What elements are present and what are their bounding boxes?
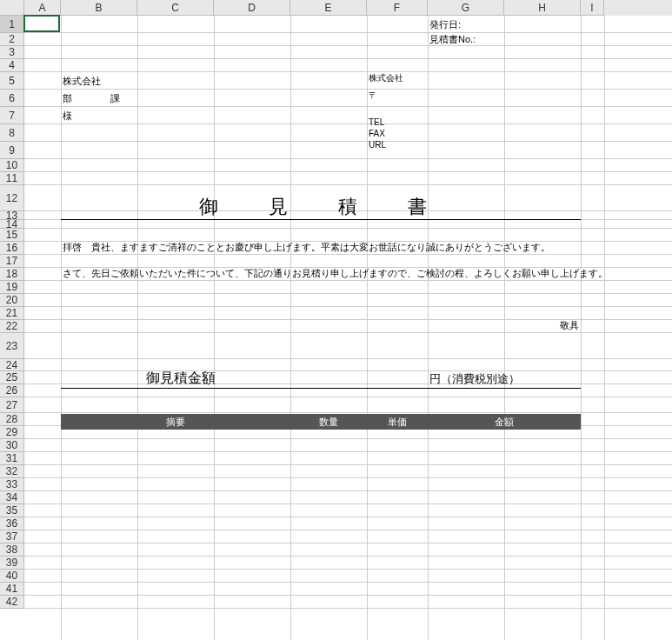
recipient-dept: 部 課 xyxy=(61,90,290,107)
row-9[interactable]: 9 xyxy=(0,142,24,159)
select-all-corner[interactable] xyxy=(0,0,24,16)
row-33[interactable]: 33 xyxy=(0,478,24,491)
row-24[interactable]: 24 xyxy=(0,359,24,371)
row-5[interactable]: 5 xyxy=(0,72,24,90)
active-cell-cursor xyxy=(23,15,60,32)
cell-grid[interactable]: 発行日: 見積書No.: 株式会社 部 課 様 株式会社 〒 TEL FAX U… xyxy=(24,16,672,640)
sender-url: URL xyxy=(367,139,581,150)
row-27[interactable]: 27 xyxy=(0,397,24,413)
closing-keigu: 敬具 xyxy=(504,319,581,332)
sender-tel: TEL xyxy=(367,117,581,128)
row-23[interactable]: 23 xyxy=(0,333,24,359)
col-I[interactable]: I xyxy=(581,0,604,16)
row-35[interactable]: 35 xyxy=(0,504,24,517)
col-B[interactable]: B xyxy=(61,0,137,16)
row-42[interactable]: 42 xyxy=(0,596,24,609)
row-15[interactable]: 15 xyxy=(0,229,24,242)
issue-date-label: 発行日: xyxy=(428,16,581,33)
row-1[interactable]: 1 xyxy=(0,16,24,33)
row-32[interactable]: 32 xyxy=(0,465,24,478)
row-30[interactable]: 30 xyxy=(0,439,24,452)
row-25[interactable]: 25 xyxy=(0,371,24,384)
col-G[interactable]: G xyxy=(428,0,504,16)
row-17[interactable]: 17 xyxy=(0,255,24,268)
yen-tax-note: 円（消費税別途） xyxy=(428,368,581,390)
estimate-no-label: 見積書No.: xyxy=(428,33,581,46)
col-A[interactable]: A xyxy=(24,0,61,16)
sender-fax: FAX xyxy=(367,128,581,139)
row-39[interactable]: 39 xyxy=(0,557,24,570)
row-40[interactable]: 40 xyxy=(0,570,24,583)
column-headers: A B C D E F G H I xyxy=(0,0,672,16)
th-unitprice: 単価 xyxy=(367,414,428,430)
estimate-amount-label: 御見積金額 xyxy=(111,368,250,390)
row-16[interactable]: 16 xyxy=(0,242,24,255)
greeting-line-2: さて、先日ご依頼いただいた件について、下記の通りお見積り申し上げますので、ご検討… xyxy=(61,267,617,280)
row-28[interactable]: 28 xyxy=(0,413,24,426)
sender-postmark: 〒 xyxy=(367,90,581,101)
row-20[interactable]: 20 xyxy=(0,294,24,307)
row-8[interactable]: 8 xyxy=(0,124,24,142)
document-title: 御 見 積 書 xyxy=(61,194,581,220)
row-headers: 1234567891011121314151617181920212223242… xyxy=(0,16,24,609)
row-2[interactable]: 2 xyxy=(0,33,24,46)
greeting-line-1: 拝啓 貴社、ますますご清祥のこととお慶び申し上げます。平素は大変お世話になり誠に… xyxy=(61,241,617,254)
row-21[interactable]: 21 xyxy=(0,307,24,320)
th-amount: 金額 xyxy=(428,414,581,430)
row-41[interactable]: 41 xyxy=(0,583,24,596)
recipient-company: 株式会社 xyxy=(61,72,290,90)
sender-company: 株式会社 xyxy=(367,72,581,83)
row-29[interactable]: 29 xyxy=(0,426,24,439)
col-C[interactable]: C xyxy=(137,0,214,16)
th-description: 摘要 xyxy=(61,414,290,430)
col-E[interactable]: E xyxy=(290,0,367,16)
row-26[interactable]: 26 xyxy=(0,384,24,397)
col-F[interactable]: F xyxy=(367,0,428,16)
row-31[interactable]: 31 xyxy=(0,452,24,465)
row-7[interactable]: 7 xyxy=(0,107,24,124)
th-quantity: 数量 xyxy=(290,414,367,430)
col-H[interactable]: H xyxy=(504,0,581,16)
row-11[interactable]: 11 xyxy=(0,172,24,185)
row-36[interactable]: 36 xyxy=(0,517,24,530)
row-34[interactable]: 34 xyxy=(0,491,24,504)
spreadsheet: A B C D E F G H I 1234567891011121314151… xyxy=(0,0,672,640)
recipient-sama: 様 xyxy=(61,107,290,124)
row-22[interactable]: 22 xyxy=(0,320,24,333)
row-19[interactable]: 19 xyxy=(0,281,24,294)
row-4[interactable]: 4 xyxy=(0,59,24,72)
row-37[interactable]: 37 xyxy=(0,530,24,543)
row-12[interactable]: 12 xyxy=(0,185,24,211)
col-D[interactable]: D xyxy=(214,0,290,16)
row-14[interactable]: 14 xyxy=(0,220,24,229)
row-3[interactable]: 3 xyxy=(0,46,24,59)
amount-underline xyxy=(61,388,581,389)
row-10[interactable]: 10 xyxy=(0,159,24,172)
row-18[interactable]: 18 xyxy=(0,268,24,281)
row-6[interactable]: 6 xyxy=(0,90,24,107)
row-38[interactable]: 38 xyxy=(0,543,24,557)
